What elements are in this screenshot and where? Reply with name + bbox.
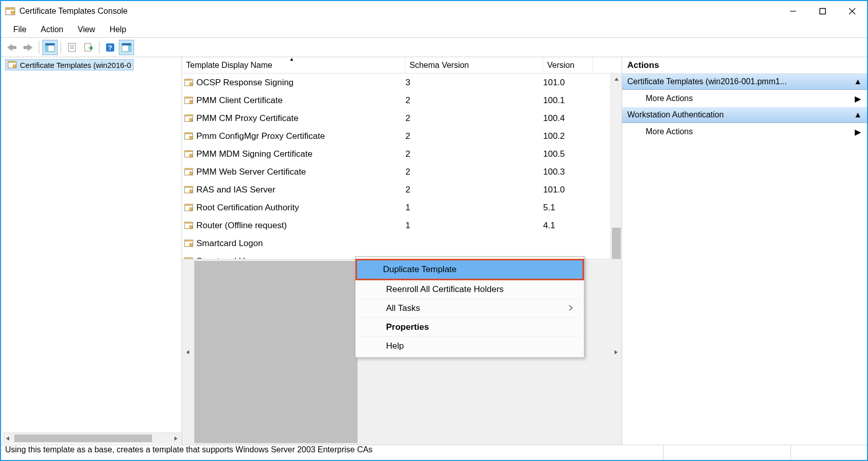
svg-rect-33 xyxy=(185,133,193,134)
version: 4.1 xyxy=(543,221,593,231)
list-pane: Template Display Name ▲ Schema Version V… xyxy=(182,57,622,445)
show-hide-action-pane-button[interactable] xyxy=(119,40,134,55)
certificate-icon xyxy=(184,257,193,259)
list-body: OCSP Response Signing3101.0PMM Client Ce… xyxy=(182,74,622,259)
collapse-arrow-icon: ▲ xyxy=(854,110,862,119)
show-hide-tree-button[interactable] xyxy=(42,40,58,55)
ctx-all-tasks[interactable]: All Tasks xyxy=(359,299,581,318)
certificate-icon xyxy=(8,60,17,69)
scroll-right-arrow-icon[interactable] xyxy=(170,436,182,441)
template-name: PMM CM Proxy Certificate xyxy=(196,113,298,124)
certificate-icon xyxy=(184,132,193,141)
template-name: Router (Offline request) xyxy=(196,221,287,231)
schema-version: 2 xyxy=(405,131,543,141)
scroll-left-arrow-icon[interactable] xyxy=(2,436,13,441)
chevron-right-icon: ▶ xyxy=(855,127,861,137)
template-name: PMM Client Certificate xyxy=(196,95,283,106)
svg-rect-52 xyxy=(190,244,192,246)
column-template-name[interactable]: Template Display Name ▲ xyxy=(182,57,405,73)
scroll-thumb[interactable] xyxy=(612,228,621,259)
svg-rect-42 xyxy=(185,186,193,188)
column-schema-version[interactable]: Schema Version xyxy=(405,57,543,73)
list-header: Template Display Name ▲ Schema Version V… xyxy=(182,57,622,74)
svg-rect-45 xyxy=(185,204,193,206)
template-name: PMM Web Server Certificate xyxy=(196,167,306,177)
horizontal-scrollbar-tree[interactable] xyxy=(2,432,182,444)
svg-rect-19 xyxy=(122,43,131,45)
close-button[interactable] xyxy=(837,1,867,21)
certificate-icon xyxy=(184,78,193,87)
forward-button[interactable] xyxy=(20,40,36,55)
certificate-icon xyxy=(184,185,193,195)
menubar: File Action View Help xyxy=(1,21,867,38)
actions-section-templates[interactable]: Certificate Templates (win2016-001.pmm1.… xyxy=(622,74,867,90)
svg-rect-27 xyxy=(185,97,193,99)
version: 101.0 xyxy=(543,78,593,88)
minimize-button[interactable] xyxy=(778,1,808,21)
svg-rect-39 xyxy=(185,168,193,170)
chevron-right-icon: ▶ xyxy=(855,94,861,104)
titlebar: Certificate Templates Console xyxy=(1,1,867,21)
schema-version: 2 xyxy=(405,167,543,177)
svg-rect-40 xyxy=(190,172,192,175)
action-more-actions-2[interactable]: More Actions ▶ xyxy=(622,123,867,140)
help-button[interactable]: ? xyxy=(103,40,118,55)
table-row[interactable]: PMM Client Certificate2100.1 xyxy=(182,91,622,109)
scroll-up-arrow-icon[interactable] xyxy=(611,74,622,85)
table-row[interactable]: OCSP Response Signing3101.0 xyxy=(182,74,622,91)
template-name: Smartcard User xyxy=(196,256,257,259)
table-row[interactable]: PMM CM Proxy Certificate2100.4 xyxy=(182,109,622,127)
ctx-duplicate-template[interactable]: Duplicate Template xyxy=(355,259,584,280)
back-button[interactable] xyxy=(4,40,19,55)
svg-rect-10 xyxy=(68,43,75,52)
menu-view[interactable]: View xyxy=(70,23,102,36)
table-row[interactable]: Pmm ConfigMgr Proxy Certificate2100.2 xyxy=(182,127,622,145)
schema-version: 1 xyxy=(405,203,543,213)
table-row[interactable]: Root Certification Authority15.1 xyxy=(182,199,622,216)
scroll-left-arrow-icon[interactable] xyxy=(182,350,193,355)
ctx-reenroll[interactable]: Reenroll All Certificate Holders xyxy=(359,280,581,299)
actions-section-selected[interactable]: Workstation Authentication ▲ xyxy=(622,107,867,123)
table-row[interactable]: Smartcard Logon xyxy=(182,234,622,252)
svg-rect-14 xyxy=(85,43,91,51)
svg-rect-37 xyxy=(190,154,192,157)
svg-rect-49 xyxy=(190,226,192,228)
svg-rect-54 xyxy=(185,258,193,259)
table-row[interactable]: PMM MDM Signing Certificate2100.5 xyxy=(182,145,622,163)
maximize-button[interactable] xyxy=(808,1,837,21)
status-cell-2 xyxy=(663,445,790,460)
svg-rect-24 xyxy=(185,79,193,81)
certificate-icon xyxy=(184,114,193,123)
menu-file[interactable]: File xyxy=(6,23,34,36)
scroll-right-arrow-icon[interactable] xyxy=(610,350,622,355)
tree-node-root[interactable]: Certificate Templates (win2016-0 xyxy=(5,59,134,70)
svg-rect-9 xyxy=(45,43,55,45)
vertical-scrollbar[interactable] xyxy=(610,74,622,259)
menu-action[interactable]: Action xyxy=(34,23,70,36)
version: 100.3 xyxy=(543,167,593,177)
status-cell-3 xyxy=(790,445,867,460)
certificate-icon xyxy=(184,203,193,212)
table-row[interactable]: RAS and IAS Server2101.0 xyxy=(182,181,622,199)
column-version[interactable]: Version xyxy=(543,57,593,73)
menu-help[interactable]: Help xyxy=(103,23,134,36)
template-name: Root Certification Authority xyxy=(196,203,299,213)
actions-pane: Actions Certificate Templates (win2016-0… xyxy=(622,57,867,445)
ctx-help[interactable]: Help xyxy=(359,337,581,355)
action-more-actions-1[interactable]: More Actions ▶ xyxy=(622,90,867,107)
chevron-right-icon xyxy=(569,303,573,313)
hscroll-thumb[interactable] xyxy=(14,434,152,442)
table-row[interactable]: PMM Web Server Certificate2100.3 xyxy=(182,163,622,181)
svg-rect-36 xyxy=(185,151,193,152)
certificate-icon xyxy=(184,150,193,159)
svg-rect-4 xyxy=(820,9,826,14)
svg-rect-48 xyxy=(185,222,193,224)
ctx-properties[interactable]: Properties xyxy=(359,318,581,337)
hscroll-thumb[interactable] xyxy=(194,261,358,443)
schema-version: 2 xyxy=(405,149,543,159)
export-button[interactable] xyxy=(81,40,96,55)
properties-button[interactable] xyxy=(64,40,80,55)
table-row[interactable]: Router (Offline request)14.1 xyxy=(182,216,622,234)
window-title: Certificate Templates Console xyxy=(19,7,778,16)
schema-version: 2 xyxy=(405,113,543,124)
